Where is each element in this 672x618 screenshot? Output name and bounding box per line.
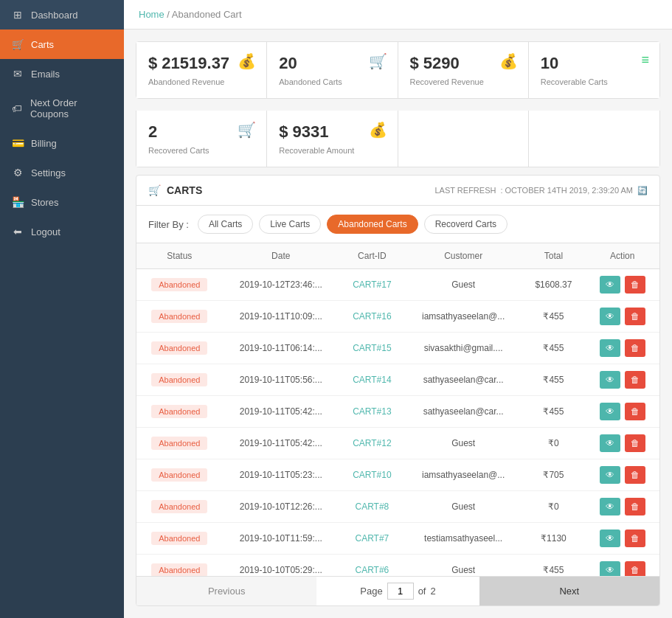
status-badge: Abandoned <box>151 278 207 291</box>
stores-icon: 🏪 <box>12 196 24 208</box>
row-action: 👁 🗑 <box>586 459 659 491</box>
recovered-carts-label: Recovered Carts <box>148 146 254 155</box>
delete-button[interactable]: 🗑 <box>625 466 645 484</box>
table-row: Abandoned 2019-10-11T05:23:... CART#10 i… <box>136 459 659 491</box>
pagination-info: Page of 2 <box>316 583 479 600</box>
row-action: 👁 🗑 <box>586 301 659 333</box>
table-row: Abandoned 2019-10-12T23:46:... CART#17 G… <box>136 269 659 301</box>
recoverable-carts-value: 10 <box>541 54 648 73</box>
row-cart-id: CART#12 <box>339 428 405 459</box>
delete-button[interactable]: 🗑 <box>625 276 645 294</box>
view-button[interactable]: 👁 <box>600 339 620 357</box>
cart-id-link[interactable]: CART#8 <box>356 501 389 512</box>
cart-id-link[interactable]: CART#15 <box>353 343 391 353</box>
last-refresh: LAST REFRESH : OCTOBER 14TH 2019, 2:39:2… <box>435 186 648 195</box>
row-cart-id: CART#14 <box>339 364 405 396</box>
cart-id-link[interactable]: CART#10 <box>353 470 391 480</box>
row-date: 2019-10-10T11:59:... <box>223 523 339 555</box>
sidebar-item-carts[interactable]: 🛒 Carts <box>0 29 124 59</box>
refresh-icon[interactable]: 🔄 <box>637 186 648 195</box>
col-date: Date <box>223 243 339 269</box>
delete-button[interactable]: 🗑 <box>625 308 645 325</box>
table-row: Abandoned 2019-10-11T05:42:... CART#12 G… <box>136 428 659 459</box>
row-total: ₹705 <box>522 459 585 491</box>
pagination-next-button[interactable]: Next <box>479 577 659 605</box>
breadcrumb-home[interactable]: Home <box>139 9 164 20</box>
cart-header-icon: 🛒 <box>148 184 161 196</box>
row-date: 2019-10-11T10:09:... <box>223 301 339 333</box>
sidebar-item-logout[interactable]: ⬅ Logout <box>0 217 124 246</box>
delete-button[interactable]: 🗑 <box>625 561 645 576</box>
sidebar-item-stores[interactable]: 🏪 Stores <box>0 187 124 217</box>
view-button[interactable]: 👁 <box>600 561 620 576</box>
page-input[interactable] <box>387 583 414 600</box>
row-customer: Guest <box>405 428 522 459</box>
view-button[interactable]: 👁 <box>600 403 620 420</box>
row-date: 2019-10-10T12:26:... <box>223 491 339 523</box>
delete-button[interactable]: 🗑 <box>625 434 645 452</box>
status-badge: Abandoned <box>151 563 207 576</box>
row-customer: iamsathyaseelan@... <box>405 459 522 491</box>
row-customer: Guest <box>405 269 522 301</box>
recoverable-carts-label: Recoverable Carts <box>541 77 648 86</box>
filter-abandoned-carts[interactable]: Abandoned Carts <box>327 215 418 234</box>
col-total: Total <box>522 243 585 269</box>
delete-button[interactable]: 🗑 <box>625 530 645 547</box>
delete-button[interactable]: 🗑 <box>625 339 645 357</box>
logout-icon: ⬅ <box>12 226 24 237</box>
row-total: ₹455 <box>522 301 585 333</box>
sidebar-item-billing[interactable]: 💳 Billing <box>0 128 124 158</box>
row-customer: testiamsathyaseel... <box>405 523 522 555</box>
row-status: Abandoned <box>136 396 223 428</box>
delete-button[interactable]: 🗑 <box>625 498 645 515</box>
row-status: Abandoned <box>136 555 223 577</box>
delete-button[interactable]: 🗑 <box>625 371 645 389</box>
pagination: Previous Page of 2 Next <box>136 576 659 605</box>
sidebar-item-next-order-coupons[interactable]: 🏷 Next Order Coupons <box>0 88 124 128</box>
cart-id-link[interactable]: CART#12 <box>353 438 391 448</box>
pagination-previous-button[interactable]: Previous <box>136 577 316 605</box>
view-button[interactable]: 👁 <box>600 308 620 325</box>
status-badge: Abandoned <box>151 341 207 355</box>
view-button[interactable]: 👁 <box>600 434 620 452</box>
cart-id-link[interactable]: CART#14 <box>353 375 391 385</box>
sidebar-item-settings[interactable]: ⚙ Settings <box>0 158 124 187</box>
filter-live-carts[interactable]: Live Carts <box>259 215 321 234</box>
view-button[interactable]: 👁 <box>600 498 620 515</box>
delete-button[interactable]: 🗑 <box>625 403 645 420</box>
coupons-icon: 🏷 <box>12 103 23 114</box>
status-badge: Abandoned <box>151 310 207 323</box>
row-cart-id: CART#7 <box>339 523 405 555</box>
cart-id-link[interactable]: CART#13 <box>353 406 391 417</box>
sidebar-item-dashboard[interactable]: ⊞ Dashboard <box>0 0 124 29</box>
stat-abandoned-carts: 20 Abandoned Carts 🛒 <box>267 42 398 98</box>
view-button[interactable]: 👁 <box>600 466 620 484</box>
row-status: Abandoned <box>136 301 223 333</box>
cart-id-link[interactable]: CART#16 <box>353 311 391 322</box>
row-date: 2019-10-12T23:46:... <box>223 269 339 301</box>
cart-id-link[interactable]: CART#17 <box>353 280 391 290</box>
row-action: 👁 🗑 <box>586 333 659 364</box>
table-row: Abandoned 2019-10-11T05:42:... CART#13 s… <box>136 396 659 428</box>
filter-recovered-carts[interactable]: Recoverd Carts <box>424 215 508 234</box>
sidebar-item-label: Stores <box>31 197 59 208</box>
recovered-revenue-icon: 💰 <box>499 52 518 70</box>
filter-all-carts[interactable]: All Carts <box>198 215 253 234</box>
view-button[interactable]: 👁 <box>600 371 620 389</box>
table-row: Abandoned 2019-10-10T11:59:... CART#7 te… <box>136 523 659 555</box>
cart-id-link[interactable]: CART#6 <box>356 565 389 575</box>
sidebar-item-emails[interactable]: ✉ Emails <box>0 59 124 88</box>
stats-row-2: 2 Recovered Carts 🛒 $ 9331 Recoverable A… <box>136 111 660 167</box>
table-body: Abandoned 2019-10-12T23:46:... CART#17 G… <box>136 269 659 577</box>
recovered-carts-icon: 🛒 <box>238 121 256 139</box>
view-button[interactable]: 👁 <box>600 530 620 547</box>
table-row: Abandoned 2019-10-10T12:26:... CART#8 Gu… <box>136 491 659 523</box>
row-action: 👁 🗑 <box>586 269 659 301</box>
stat-abandoned-revenue: $ 21519.37 Abandoned Revenue 💰 <box>136 42 267 98</box>
total-pages: 2 <box>430 586 435 597</box>
row-customer: sathyaseelan@car... <box>405 396 522 428</box>
view-button[interactable]: 👁 <box>600 276 620 294</box>
status-badge: Abandoned <box>151 437 207 450</box>
cart-id-link[interactable]: CART#7 <box>356 533 389 544</box>
row-status: Abandoned <box>136 491 223 523</box>
